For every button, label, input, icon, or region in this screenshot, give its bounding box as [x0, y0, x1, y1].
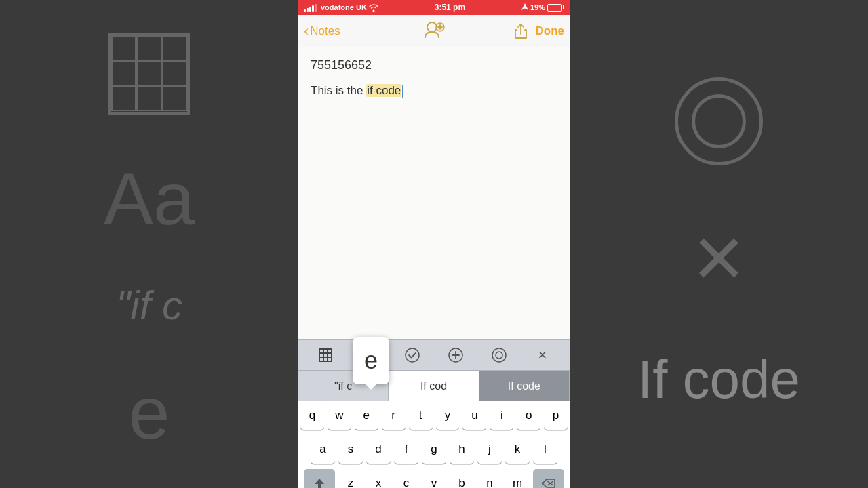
add-collaborator-icon[interactable]: [422, 20, 446, 39]
key-popup: e: [353, 337, 389, 384]
formatting-toolbar: Aa ×: [298, 339, 570, 370]
key-backspace[interactable]: [533, 469, 564, 488]
signal-icon: [304, 3, 317, 12]
bg-table-icon: [108, 33, 190, 115]
close-toolbar-button[interactable]: ×: [530, 343, 555, 367]
key-b[interactable]: b: [450, 469, 474, 488]
text-cursor: [402, 85, 403, 98]
key-q[interactable]: q: [300, 401, 324, 430]
key-c[interactable]: c: [394, 469, 418, 488]
svg-point-10: [496, 352, 502, 359]
status-bar: vodafone UK 3:51 pm 19%: [298, 0, 570, 15]
bg-marker-icon: [675, 77, 763, 165]
key-w[interactable]: w: [328, 401, 351, 430]
background-right: × If code: [570, 0, 868, 488]
share-icon[interactable]: [514, 23, 528, 39]
key-p[interactable]: p: [544, 401, 568, 430]
bg-close-icon: ×: [693, 206, 745, 308]
add-button[interactable]: [443, 343, 468, 367]
add-icon: [448, 348, 463, 363]
key-g[interactable]: g: [422, 435, 446, 464]
key-u[interactable]: u: [462, 401, 486, 430]
key-y[interactable]: y: [436, 401, 460, 430]
autocomplete-item-2[interactable]: If code: [479, 371, 570, 401]
table-icon: [319, 348, 332, 362]
done-button[interactable]: Done: [536, 24, 565, 38]
backspace-icon: [542, 479, 555, 488]
marker-button[interactable]: [487, 343, 511, 367]
key-m[interactable]: m: [505, 469, 530, 488]
keyboard-row-3: z x c v b n m: [298, 469, 570, 488]
battery-pct-label: 19%: [530, 3, 545, 12]
key-r[interactable]: r: [382, 401, 406, 430]
key-a[interactable]: a: [311, 435, 335, 464]
key-z[interactable]: z: [338, 469, 363, 488]
wifi-icon: [369, 3, 378, 12]
nav-bar: ‹ Notes Done: [298, 15, 570, 47]
key-x[interactable]: x: [366, 469, 391, 488]
back-button[interactable]: ‹ Notes: [298, 22, 340, 40]
note-empty-area[interactable]: [298, 183, 570, 339]
keyboard-row-1: q w e r t y u i o p: [298, 401, 570, 430]
key-s[interactable]: s: [338, 435, 363, 464]
key-h[interactable]: h: [450, 435, 474, 464]
phone-container: vodafone UK 3:51 pm 19%: [298, 0, 570, 488]
note-text[interactable]: This is the if code: [311, 82, 557, 100]
key-n[interactable]: n: [477, 469, 502, 488]
status-time: 3:51 pm: [435, 3, 465, 12]
key-j[interactable]: j: [477, 435, 502, 464]
shift-icon: [314, 477, 325, 488]
bg-font-label: Aa: [104, 155, 195, 241]
key-k[interactable]: k: [505, 435, 530, 464]
svg-point-5: [406, 348, 419, 362]
checklist-icon: [405, 348, 420, 363]
autocomplete-bar: e "if c If cod If code: [298, 370, 570, 401]
key-t[interactable]: t: [409, 401, 433, 430]
status-right: 19%: [521, 3, 564, 12]
battery-icon: [547, 4, 564, 12]
back-label: Notes: [310, 24, 340, 38]
nav-title-area: [422, 20, 446, 42]
checklist-button[interactable]: [400, 343, 425, 367]
note-number: 755156652: [311, 58, 557, 73]
carrier-label: vodafone UK: [321, 3, 367, 12]
bg-quote-text: "if c: [116, 282, 182, 329]
key-shift[interactable]: [304, 469, 335, 488]
nav-right-actions: Done: [514, 23, 565, 39]
location-icon: [521, 3, 528, 12]
note-content-area[interactable]: 755156652 This is the if code: [298, 47, 570, 183]
close-toolbar-icon: ×: [538, 346, 547, 364]
note-text-highlighted: if code: [366, 84, 401, 97]
key-i[interactable]: i: [490, 401, 513, 430]
key-v[interactable]: v: [422, 469, 446, 488]
marker-icon: [492, 348, 507, 363]
key-d[interactable]: d: [366, 435, 391, 464]
key-f[interactable]: f: [394, 435, 418, 464]
svg-point-0: [427, 22, 437, 32]
keyboard-row-2: a s d f g h j k l: [298, 435, 570, 464]
key-popup-letter: e: [364, 346, 378, 375]
autocomplete-item-1[interactable]: If cod: [389, 371, 479, 401]
background-left: Aa "if c e: [0, 0, 298, 488]
svg-point-9: [492, 348, 506, 362]
key-e[interactable]: e: [355, 401, 378, 430]
status-left: vodafone UK: [304, 3, 378, 12]
bg-letter-e: e: [128, 369, 170, 455]
note-text-before: This is the: [311, 84, 366, 97]
key-l[interactable]: l: [533, 435, 557, 464]
table-button[interactable]: [313, 343, 338, 367]
bg-ifcode-text: If code: [637, 348, 800, 411]
key-o[interactable]: o: [517, 401, 540, 430]
